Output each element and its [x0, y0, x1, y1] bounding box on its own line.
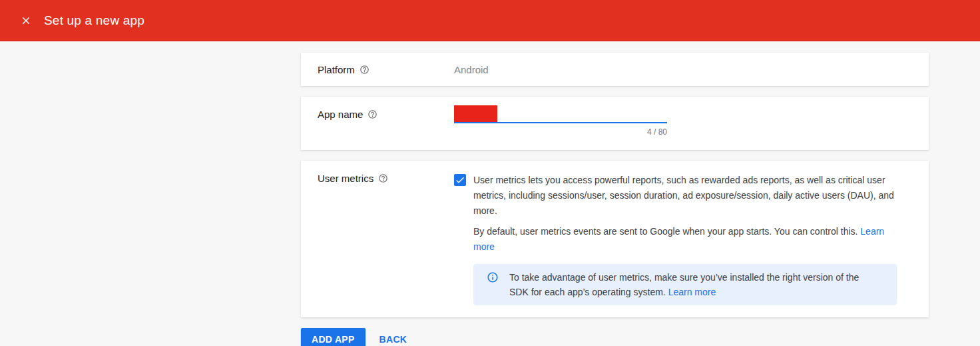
app-name-char-counter: 4 / 80 — [454, 127, 667, 137]
sdk-info-learn-more-link[interactable]: Learn more — [668, 287, 716, 297]
platform-card: Platform Android — [301, 53, 929, 86]
platform-help-icon[interactable] — [360, 65, 369, 75]
close-button[interactable] — [19, 13, 33, 28]
platform-value-col: Android — [454, 53, 929, 86]
checkmark-icon — [455, 175, 465, 185]
sdk-info-banner: To take advantage of user metrics, make … — [473, 264, 897, 305]
user-metrics-text-block: User metrics lets you access powerful re… — [473, 173, 897, 305]
page-title: Set up a new app — [44, 13, 144, 28]
user-metrics-label-group: User metrics — [301, 161, 454, 317]
close-icon — [20, 15, 32, 27]
app-name-input[interactable] — [454, 105, 667, 123]
user-metrics-help-icon[interactable] — [378, 173, 388, 183]
platform-label: Platform — [318, 63, 355, 77]
app-name-label: App name — [318, 108, 363, 121]
user-metrics-description: User metrics lets you access powerful re… — [473, 173, 897, 219]
user-metrics-card: User metrics User metrics lets you acces… — [301, 161, 929, 317]
info-icon — [487, 271, 499, 299]
add-app-button[interactable]: ADD APP — [301, 328, 366, 346]
app-name-label-group: App name — [301, 97, 454, 150]
user-metrics-default-note-text: By default, user metrics events are sent… — [473, 226, 858, 237]
back-button[interactable]: BACK — [374, 329, 413, 346]
user-metrics-value-col: User metrics lets you access powerful re… — [454, 161, 929, 317]
user-metrics-label: User metrics — [318, 172, 373, 185]
platform-value: Android — [454, 64, 489, 75]
app-name-value-col: 4 / 80 — [454, 97, 929, 150]
app-name-card: App name 4 / 80 — [301, 97, 929, 150]
app-header: Set up a new app — [0, 0, 980, 41]
platform-label-group: Platform — [301, 53, 454, 86]
setup-new-app-form: Platform Android App name 4 / 80 — [0, 41, 980, 346]
app-name-redacted-value — [454, 105, 497, 122]
sdk-info-banner-text: To take advantage of user metrics, make … — [509, 270, 877, 299]
user-metrics-checkbox[interactable] — [454, 174, 466, 186]
app-name-help-icon[interactable] — [368, 109, 377, 119]
form-actions: ADD APP BACK — [301, 328, 980, 346]
user-metrics-default-note: By default, user metrics events are sent… — [473, 224, 897, 255]
